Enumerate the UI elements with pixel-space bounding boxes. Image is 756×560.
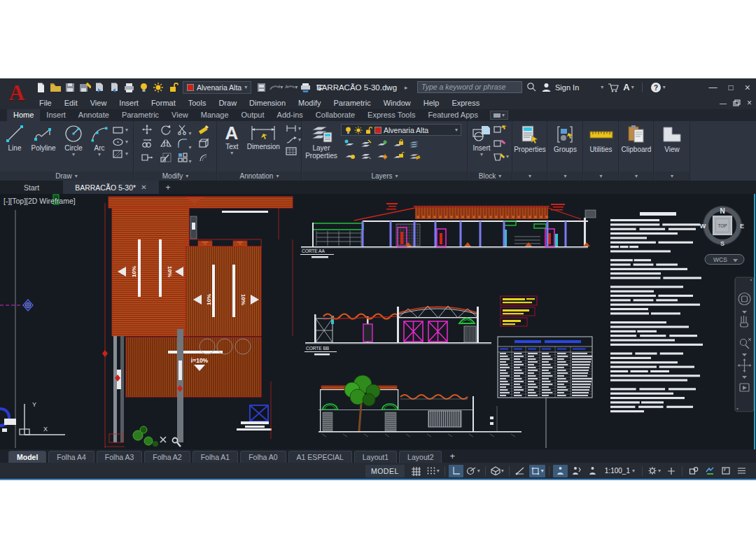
doc-tab-start[interactable]: Start — [0, 181, 64, 194]
panel-properties-label[interactable]: ▾ — [513, 172, 547, 181]
layer-walk-button[interactable] — [407, 150, 421, 164]
viewcube-east[interactable]: E — [740, 223, 744, 230]
tab-annotate[interactable]: Annotate — [72, 109, 115, 121]
polyline-button[interactable]: Polyline — [28, 121, 59, 152]
move-button[interactable] — [141, 124, 153, 138]
edit-attributes-button[interactable]: ▾ — [493, 152, 509, 162]
panel-modify-label[interactable]: Modify▾ — [134, 172, 216, 181]
layer-on-bulb-icon[interactable] — [136, 81, 150, 94]
layout-tab-layout1[interactable]: Layout1 — [354, 451, 397, 463]
drawing-canvas[interactable]: [-][Top][2D Wireframe] — [0, 194, 756, 449]
menu-modify[interactable]: Modify — [292, 99, 327, 107]
open-file-button[interactable] — [48, 81, 62, 94]
tab-parametric[interactable]: Parametric — [115, 109, 165, 121]
undo-button[interactable]: ▾ — [284, 81, 298, 94]
array-button[interactable]: ▾ — [177, 152, 191, 166]
help-button[interactable]: ?▾ — [650, 82, 666, 93]
annotation-visibility-button[interactable] — [553, 465, 568, 477]
maximize-button[interactable]: □ — [729, 83, 734, 92]
isometric-drafting-button[interactable]: ▾ — [489, 465, 505, 477]
layout-tab-folha-a2[interactable]: Folha A2 — [144, 451, 190, 463]
groups-button[interactable]: Groups — [554, 121, 577, 153]
graphics-performance-button[interactable] — [702, 465, 717, 477]
mirror-button[interactable] — [160, 138, 172, 152]
object-snap-tracking-button[interactable] — [513, 465, 528, 477]
create-block-button[interactable] — [493, 124, 509, 136]
menu-draw[interactable]: Draw — [212, 99, 243, 107]
tab-featured-apps[interactable]: Featured Apps — [421, 109, 484, 121]
menu-help[interactable]: Help — [417, 99, 446, 107]
menu-view[interactable]: View — [84, 99, 113, 107]
layer-unlock-button[interactable] — [391, 150, 405, 164]
tab-insert[interactable]: Insert — [40, 109, 72, 121]
plot-button[interactable] — [298, 81, 312, 94]
copy-button[interactable] — [141, 138, 153, 152]
tab-collaborate[interactable]: Collaborate — [309, 109, 361, 121]
viewcube-south[interactable]: S — [720, 240, 724, 247]
panel-clipboard-label[interactable]: ▾ — [620, 172, 653, 181]
model-space-button[interactable]: MODEL — [365, 465, 405, 477]
customize-status-button[interactable] — [664, 465, 678, 477]
dimension-button[interactable]: Dimension — [245, 121, 282, 150]
line-button[interactable]: Line — [3, 121, 27, 152]
viewcube-top-face[interactable]: TOP — [718, 223, 727, 228]
redo-button[interactable]: ▾ — [269, 81, 283, 94]
properties-button[interactable]: Properties — [514, 121, 546, 153]
menu-tools[interactable]: Tools — [182, 99, 213, 107]
annotation-scale-icon[interactable] — [585, 465, 600, 477]
layout-tab-folha-a1[interactable]: Folha A1 — [192, 451, 238, 463]
layer-dropdown[interactable]: Alvenaria Alta ▾ — [341, 124, 461, 136]
grid-display-button[interactable] — [409, 465, 424, 477]
layer-make-current-button[interactable] — [359, 150, 372, 164]
snap-mode-button[interactable]: ▾ — [425, 465, 441, 477]
viewport-controls[interactable]: [-][Top][2D Wireframe] — [4, 197, 76, 205]
layer-sun-icon[interactable] — [151, 81, 165, 94]
layout-tab-model[interactable]: Model — [8, 451, 46, 463]
insert-button[interactable]: Insert ▾ — [470, 121, 493, 158]
menu-parametric[interactable]: Parametric — [327, 99, 377, 107]
erase-button[interactable] — [197, 124, 210, 138]
rectangle-tool-button[interactable]: ▾ — [112, 125, 128, 135]
save-button[interactable] — [63, 81, 77, 94]
layout-tab-a1-especial[interactable]: A1 ESPECIAL — [288, 451, 352, 463]
fillet-button[interactable]: ▾ — [177, 138, 191, 152]
layer-properties-button[interactable]: LayerProperties — [302, 121, 339, 160]
sign-in-button[interactable]: Sign In ▾ — [541, 83, 603, 92]
panel-utilities-label[interactable]: ▾ — [584, 172, 618, 181]
viewcube-north[interactable]: N — [720, 207, 724, 215]
explode-button[interactable] — [197, 138, 210, 152]
menu-dimension[interactable]: Dimension — [243, 99, 292, 107]
polar-tracking-button[interactable]: ▾ — [465, 465, 482, 477]
rotate-button[interactable] — [160, 124, 172, 138]
tab-view[interactable]: View — [165, 109, 195, 121]
text-button[interactable]: A Text ▾ — [222, 121, 242, 156]
menu-file[interactable]: File — [33, 99, 58, 107]
app-store-cart-button[interactable] — [608, 83, 619, 92]
layer-on-off-button[interactable] — [343, 150, 356, 164]
status-menu-button[interactable] — [734, 465, 749, 477]
minimize-button[interactable]: — — [709, 83, 718, 92]
utilities-button[interactable]: Utilities — [589, 121, 614, 153]
viewcube[interactable]: N S W E TOP — [700, 206, 744, 248]
ribbon-display-toggle[interactable]: ▾ — [490, 111, 508, 120]
viewcube-west[interactable]: W — [700, 223, 706, 230]
menu-insert[interactable]: Insert — [113, 99, 145, 107]
tab-home[interactable]: Home — [7, 109, 40, 121]
print-button[interactable] — [122, 81, 136, 94]
tab-addins[interactable]: Add-ins — [271, 109, 309, 121]
clipboard-button[interactable]: Clipboard — [622, 121, 652, 153]
search-icon[interactable] — [526, 82, 537, 92]
layout-tab-folha-a3[interactable]: Folha A3 — [97, 451, 142, 463]
menu-format[interactable]: Format — [145, 99, 182, 107]
qat-layer-dropdown[interactable]: Alvenaria Alta ▾ — [183, 81, 251, 94]
unlock-icon[interactable] — [166, 81, 180, 94]
ortho-mode-button[interactable] — [449, 465, 463, 477]
circle-button[interactable]: Circle ▾ — [60, 121, 87, 158]
panel-block-label[interactable]: Block▾ — [468, 172, 512, 181]
panel-groups-label[interactable]: ▾ — [548, 172, 582, 181]
autodesk-apps-button[interactable]: A▾ — [623, 82, 634, 92]
tab-output[interactable]: Output — [235, 109, 271, 121]
layout-tab-folha-a0[interactable]: Folha A0 — [240, 451, 286, 463]
import-button[interactable] — [107, 81, 121, 94]
menu-window[interactable]: Window — [377, 99, 417, 107]
